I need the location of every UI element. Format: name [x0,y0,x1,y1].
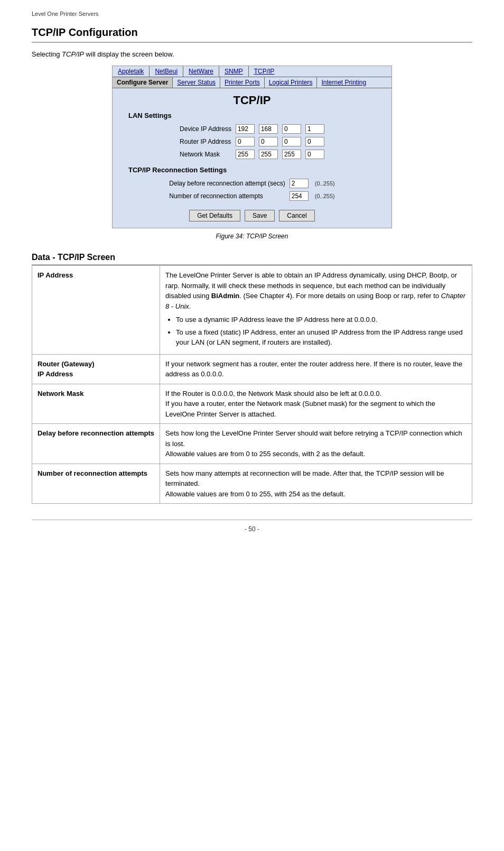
section-title: TCP/IP Configuration [32,26,472,43]
table-row: Delay before reconnection attempts Sets … [32,424,472,464]
tabs-bottom: Configure Server Server Status Printer P… [113,77,391,88]
attempts-input[interactable] [290,191,309,201]
netmask-3[interactable] [282,150,301,159]
tab-printer-ports[interactable]: Printer Ports [220,77,265,88]
device-ip-3[interactable] [282,124,301,134]
page-footer: - 50 - [32,520,472,533]
network-mask-label: Network Mask [178,148,234,161]
table-row: IP Address The LevelOne Printer Server i… [32,266,472,355]
tab-appletalk[interactable]: Appletalk [113,66,150,77]
delay-heading: Delay before reconnection attempts [32,424,160,464]
data-section-title: Data - TCP/IP Screen [32,253,472,265]
ip-fields-table: Device IP Address Router IP Address Netw… [178,123,326,161]
table-row: Network Mask If the Router is 0.0.0.0, t… [32,384,472,424]
netmask-content: If the Router is 0.0.0.0, the Network Ma… [160,384,472,424]
save-button[interactable]: Save [245,210,275,221]
table-row: Router (Gateway)IP Address If your netwo… [32,354,472,384]
recon-attempts-heading: Number of reconnection attempts [32,464,160,504]
attempts-label: Number of reconnection attempts [167,190,287,202]
screen-title: TCP/IP [113,94,391,107]
tab-netware[interactable]: NetWare [183,66,219,77]
attempts-range: (0..255) [315,193,335,199]
recon-attempts-content: Sets how many attempts at reconnection w… [160,464,472,504]
ip-address-content: The LevelOne Printer Server is able to o… [160,266,472,355]
cancel-button[interactable]: Cancel [279,210,314,221]
reconnection-table: Delay before reconnection attempt (secs)… [167,177,337,202]
router-ip-2[interactable] [259,137,278,146]
tab-netbeui[interactable]: NetBeui [150,66,183,77]
network-mask-row: Network Mask [178,148,326,161]
delay-row: Delay before reconnection attempt (secs)… [167,177,337,190]
netmask-1[interactable] [236,150,255,159]
reconnection-label: TCP/IP Reconnection Settings [128,166,391,174]
router-ip-label: Router IP Address [178,135,234,148]
page-header: Level One Printer Servers [32,11,472,17]
delay-content: Sets how long the LevelOne Printer Serve… [160,424,472,464]
netmask-2[interactable] [259,150,278,159]
data-table: IP Address The LevelOne Printer Server i… [32,265,472,504]
netmask-4[interactable] [305,150,324,159]
tab-configure-server[interactable]: Configure Server [113,77,173,88]
tab-internet-printing[interactable]: Internet Printing [317,77,370,88]
delay-range: (0..255) [315,180,335,187]
router-heading: Router (Gateway)IP Address [32,354,160,384]
ip-address-heading: IP Address [32,266,160,355]
device-ip-label: Device IP Address [178,123,234,135]
tab-snmp[interactable]: SNMP [219,66,249,77]
router-content: If your network segment has a router, en… [160,354,472,384]
router-ip-3[interactable] [282,137,301,146]
screenshot-box: Appletalk NetBeui NetWare SNMP TCP/IP Co… [112,66,392,228]
tabs-top: Appletalk NetBeui NetWare SNMP TCP/IP [113,66,391,77]
table-row: Number of reconnection attempts Sets how… [32,464,472,504]
attempts-row: Number of reconnection attempts (0..255) [167,190,337,202]
device-ip-row: Device IP Address [178,123,326,135]
tab-server-status[interactable]: Server Status [173,77,220,88]
button-row: Get Defaults Save Cancel [113,210,391,221]
device-ip-4[interactable] [305,124,324,134]
router-ip-4[interactable] [305,137,324,146]
delay-input[interactable] [290,179,309,188]
figure-caption: Figure 34: TCP/IP Screen [32,233,472,240]
netmask-heading: Network Mask [32,384,160,424]
lan-settings-label: LAN Settings [128,112,391,119]
delay-label: Delay before reconnection attempt (secs) [167,177,287,190]
intro-text: Selecting TCP/IP will display the screen… [32,50,472,58]
device-ip-2[interactable] [259,124,278,134]
router-ip-1[interactable] [236,137,255,146]
tab-tcpip[interactable]: TCP/IP [249,66,280,77]
router-ip-row: Router IP Address [178,135,326,148]
tab-logical-printers[interactable]: Logical Printers [265,77,318,88]
get-defaults-button[interactable]: Get Defaults [189,210,240,221]
device-ip-1[interactable] [236,124,255,134]
